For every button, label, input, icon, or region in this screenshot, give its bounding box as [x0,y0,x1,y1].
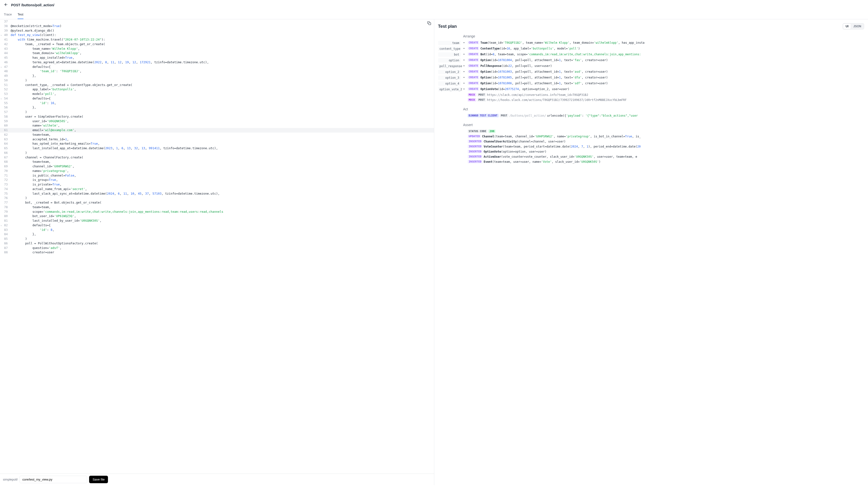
assert-row[interactable]: INSERTED Event(team=team, user=user, nam… [434,159,868,164]
code-line[interactable]: 64 has_opted_into_marketing_emails=True, [0,141,434,146]
code-line[interactable]: 59 user_id='U0GQNK50S', [0,119,434,124]
arrange-row[interactable]: option=CREATE Option(id=10781004, poll=p… [434,58,868,63]
assert-badge: UPDATED [468,135,481,138]
code-line[interactable]: 53 model='poll', [0,92,434,96]
arrange-body: Option(id=10781003, poll=poll, attachmen… [480,70,608,73]
code-line[interactable]: 63 accepted_terms_id=1, [0,137,434,142]
code-line[interactable]: 58 user = SimpleUserFactory.create( [0,114,434,119]
section-assert-heading: Assert [434,121,868,129]
code-line[interactable]: 61 email='wil@example.com', [0,128,434,133]
code-line[interactable]: 85 ) [0,237,434,241]
code-line[interactable]: 71 is_public_channel=False, [0,173,434,178]
mock-method-badge: POST [477,98,486,102]
code-editor[interactable]: 3738@mocketize(strict_mode=True)39@pytes… [0,19,434,474]
code-line[interactable]: 67 channel = ChannelFactory.create( [0,155,434,160]
code-line[interactable]: 87 question='adsf', [0,246,434,250]
arrange-row[interactable]: content_type=CREATE ContentType(id=16, a… [434,46,868,52]
tab-test[interactable]: Test [18,10,24,19]
act-method-badge: POST [500,114,509,118]
code-line[interactable]: 68 team=team, [0,160,434,164]
code-line[interactable]: 45 has_app_installed=True, [0,56,434,60]
arrange-row[interactable]: option_4=CREATE Option(id=10781006, poll… [434,81,868,87]
code-line[interactable]: 51 content_type, _created = ContentType.… [0,83,434,88]
code-line[interactable]: 52 app_label='buttonpolls', [0,87,434,92]
assert-row[interactable]: INSERTED ChannelUserActivity(channel=cha… [434,139,868,144]
code-line[interactable]: 72 is_group=True, [0,178,434,182]
back-icon[interactable] [4,2,8,7]
assert-row[interactable]: INSERTED ActiveUser(vote_counter=vote_co… [434,154,868,159]
code-line[interactable]: 43 team_name='Wilhelm Klopp', [0,47,434,51]
code-line[interactable]: 76 ) [0,196,434,200]
mock-row[interactable]: MOCK POST https://hooks.slack.com/action… [434,97,868,103]
code-line[interactable]: 65 last_installed_app_at=datetime.dateti… [0,146,434,151]
code-line[interactable]: 74 actual_name_from_api='secret', [0,187,434,191]
copy-icon[interactable] [427,21,431,27]
code-line[interactable]: 88 creator=user [0,250,434,255]
act-client-badge: DJANGO TEST CLIENT [468,114,499,118]
code-line[interactable]: 80 bot_user_id='UP61WQZ3Q', [0,214,434,219]
arrange-row[interactable]: poll_response=CREATE PollResponse(id=22,… [434,63,868,69]
code-line[interactable]: 37 [0,19,434,24]
code-line[interactable]: 40def test_my_view(client): [0,33,434,37]
code-line[interactable]: 55 'id': 16, [0,101,434,106]
assert-badge: INSERTED [468,150,483,153]
save-button[interactable]: Save file [89,476,108,483]
code-line[interactable]: 50 ) [0,78,434,83]
tab-trace[interactable]: Trace [4,10,12,19]
arrange-row[interactable]: option_vote_2=CREATE OptionVote(id=20775… [434,87,868,92]
toggle-ui[interactable]: UI [843,24,851,29]
arrange-label: team [438,41,461,45]
code-line[interactable]: 83 'id': 8, [0,228,434,232]
assert-body: Event(team=team, user=user, name='Vote',… [483,160,600,164]
assert-badge: INSERTED [468,140,483,143]
arrange-label: option_3 [438,76,461,80]
arrange-row[interactable]: option_3=CREATE Option(id=10781005, poll… [434,75,868,81]
code-line[interactable]: 81 last_installed_by_user_id='U0GQNK50S'… [0,219,434,223]
file-prefix: simplepoll/ [3,478,18,481]
arrange-label: content_type [438,47,461,51]
code-line[interactable]: 57 ) [0,110,434,114]
code-line[interactable]: 86 poll = PollWithoutOptionsFactory.crea… [0,241,434,246]
page-title: POST /buttons/poll_action/ [11,3,55,7]
code-line[interactable]: 49 }, [0,74,434,78]
section-arrange-heading: Arrange [434,32,868,40]
code-line[interactable]: 77 bot, _created = Bot.objects.get_or_cr… [0,200,434,205]
code-line[interactable]: 78 team=team, [0,205,434,210]
assert-row[interactable]: INSERTED VoteCounter(team=team, period_s… [434,144,868,149]
code-line[interactable]: 46 terms_agreed_at=datetime.datetime(202… [0,60,434,65]
file-path-input[interactable] [19,476,87,483]
code-line[interactable]: 66 ) [0,151,434,155]
arrange-row[interactable]: bot=CREATE Bot(id=8, team=team, scope='c… [434,52,868,58]
code-line[interactable]: 54 defaults={ [0,96,434,101]
code-line[interactable]: 38@mocketize(strict_mode=True) [0,24,434,29]
mock-row[interactable]: MOCK POST https://slack.com/api/conversa… [434,92,868,97]
code-line[interactable]: 39@pytest.mark.django_db() [0,29,434,33]
arrange-row[interactable]: option_2=CREATE Option(id=10781003, poll… [434,69,868,75]
code-line[interactable]: 41 with time_machine.travel("2024-07-10T… [0,37,434,42]
arrange-row[interactable]: team=CREATE Team(team_id='T0GQP31BJ', te… [434,40,868,46]
save-bar: simplepoll/ Save file [0,474,434,485]
status-code-value: 200 [489,129,496,133]
status-row: STATUS CODE 200 [434,129,868,134]
act-path: /buttons/poll_action/ [509,114,546,118]
code-line[interactable]: 70 name='privategroup', [0,169,434,173]
code-line[interactable]: 75 last_slack_api_sync_at=datetime.datet… [0,191,434,196]
code-line[interactable]: 44 team_domain='wilhelmklopp', [0,51,434,56]
code-line[interactable]: 73 is_private=True, [0,182,434,187]
assert-row[interactable]: UPDATED Channel(team=team, channel_id='G… [434,134,868,139]
code-line[interactable]: 62 team=team, [0,133,434,137]
code-line[interactable]: 56 }, [0,105,434,110]
code-line[interactable]: 47 defaults={ [0,65,434,69]
assert-row[interactable]: INSERTED OptionVote(option=option, user=… [434,149,868,154]
code-line[interactable]: 42 team, _created = Team.objects.get_or_… [0,42,434,47]
code-line[interactable]: 82 defaults={ [0,223,434,228]
section-act-heading: Act [434,105,868,113]
code-line[interactable]: 60 name='wilhelm', [0,123,434,128]
code-line[interactable]: 48 'team_id': 'T0GQP31BJ', [0,69,434,74]
toggle-json[interactable]: JSON [851,24,864,29]
arrange-body: Bot(id=8, team=team, scope='commands,im:… [480,53,641,56]
code-line[interactable]: 69 channel_id='G0HPSRWG2', [0,164,434,169]
code-line[interactable]: 79 scope='commands,im:read,im:write,chat… [0,210,434,214]
code-line[interactable]: 84 }, [0,232,434,237]
create-badge: CREATE [468,47,480,50]
